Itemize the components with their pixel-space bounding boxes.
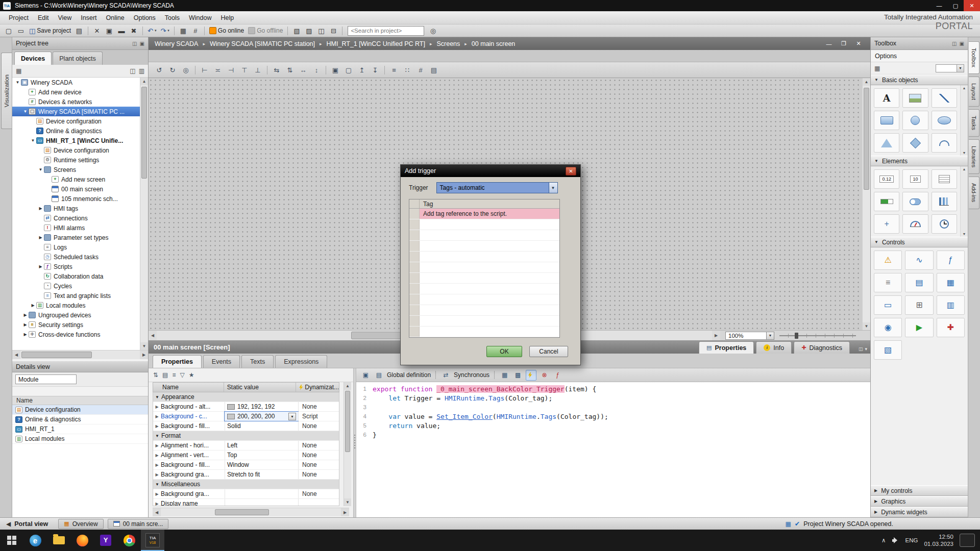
expander-icon[interactable]: ▼ bbox=[153, 434, 161, 438]
tree-item-screens[interactable]: ▼Screens bbox=[12, 165, 140, 174]
inspector-tab-info[interactable]: iInfo bbox=[756, 341, 792, 354]
breadcrumb-00-main-screen[interactable]: 00 main screen bbox=[471, 40, 516, 47]
redo-button[interactable]: ↷▾ bbox=[159, 26, 170, 36]
expander-icon[interactable]: ▼ bbox=[874, 78, 878, 82]
snap-icon[interactable]: ∷ bbox=[401, 64, 413, 76]
start-button[interactable] bbox=[0, 530, 23, 551]
scrollbar-thumb[interactable] bbox=[21, 352, 92, 358]
list-view-icon[interactable]: ≡ bbox=[172, 371, 176, 379]
synchronous-icon[interactable]: ⇄ bbox=[440, 370, 451, 381]
expander-icon[interactable]: ▶ bbox=[22, 313, 29, 317]
side-tab-layout[interactable]: Layout bbox=[969, 77, 979, 107]
editor-close-button[interactable]: ✕ bbox=[852, 39, 865, 48]
menu-help[interactable]: Help bbox=[216, 11, 238, 24]
scroll-left-icon[interactable]: ◀ bbox=[149, 331, 157, 340]
expander-icon[interactable]: ▶ bbox=[153, 472, 161, 477]
tab-events[interactable]: Events bbox=[203, 355, 240, 368]
send-to-back-icon[interactable]: ↧ bbox=[369, 64, 381, 76]
toolbox-section-basic-objects[interactable]: ▼Basic objects bbox=[871, 74, 968, 85]
web-browser-control[interactable]: ◉ bbox=[874, 318, 902, 337]
go-offline-button[interactable]: Go offline bbox=[247, 26, 284, 36]
editor-tab-00-main-scre[interactable]: 00 main scre... bbox=[108, 519, 169, 529]
tree-item-winery-scada[interactable]: ▼▣Winery SCADA bbox=[12, 78, 140, 87]
tree-item-add-new-device[interactable]: +Add new device bbox=[12, 87, 140, 97]
property-value-cell[interactable]: 200, 200, 200▼ bbox=[225, 412, 298, 421]
tia-portal-app[interactable]: TIAV18 bbox=[141, 530, 164, 551]
portal-view-button[interactable]: ◀ Portal view bbox=[0, 518, 54, 530]
save-project-button[interactable]: ◫Save project bbox=[28, 26, 72, 36]
paste-icon[interactable]: ▬ bbox=[116, 26, 127, 36]
tree-item-ungrouped-devices[interactable]: ▶Ungrouped devices bbox=[12, 310, 140, 320]
menu-edit[interactable]: Edit bbox=[33, 11, 54, 24]
property-value-cell[interactable] bbox=[225, 499, 298, 506]
distribute-vertical-icon[interactable]: ⇅ bbox=[284, 64, 296, 76]
undo-button[interactable]: ↶▾ bbox=[146, 26, 158, 36]
tree-item-local-modules[interactable]: ▶▥Local modules bbox=[12, 300, 140, 310]
property-dynamization[interactable]: None bbox=[298, 489, 339, 498]
split-editor-horizontal-icon[interactable]: ◫ bbox=[315, 26, 327, 36]
float-view-icon[interactable]: ◫ bbox=[130, 67, 135, 74]
property-group-appearance[interactable]: ▼Appearance bbox=[153, 392, 339, 402]
tree-item-text-and-graphic-lists[interactable]: ≡Text and graphic lists bbox=[12, 291, 140, 300]
chevron-down-icon[interactable]: ▼ bbox=[549, 183, 557, 193]
align-left-icon[interactable]: ⊢ bbox=[199, 64, 211, 76]
scroll-down-icon[interactable]: ▼ bbox=[140, 342, 148, 350]
notification-center-button[interactable] bbox=[960, 534, 975, 547]
arc[interactable] bbox=[932, 133, 957, 153]
align-top-icon[interactable]: ⊤ bbox=[238, 64, 251, 76]
breadcrumb-screens[interactable]: Screens bbox=[435, 40, 461, 47]
editor-tab-overview[interactable]: ▦Overview bbox=[58, 519, 103, 529]
expander-icon[interactable]: ▼ bbox=[14, 80, 21, 85]
global-definition-label[interactable]: Global definition bbox=[387, 371, 431, 379]
inspector-tab-properties[interactable]: ▤Properties bbox=[699, 341, 754, 354]
side-tab-toolbox[interactable]: Toolbox bbox=[969, 41, 979, 74]
tree-item-hmi-alarms[interactable]: !HMI alarms bbox=[12, 223, 140, 233]
taskbar-clock[interactable]: 12:50 01.03.2023 bbox=[924, 533, 953, 547]
zoom-tool-icon[interactable]: ◎ bbox=[180, 64, 192, 76]
details-row-device-configuration[interactable]: ▤Device configuration bbox=[12, 405, 148, 415]
triangle[interactable] bbox=[874, 133, 899, 153]
language-indicator[interactable]: ENG bbox=[905, 537, 918, 543]
details-row-hmi-rt-1[interactable]: ▭HMI_RT_1 bbox=[12, 424, 148, 434]
empty-tag-row[interactable] bbox=[409, 273, 559, 284]
float-panel-icon[interactable]: ◫ bbox=[952, 41, 957, 46]
property-value-cell[interactable]: 192, 192, 192 bbox=[225, 402, 298, 411]
empty-tag-row[interactable] bbox=[409, 252, 559, 262]
tree-item-parameter-set-types[interactable]: ▶Parameter set types bbox=[12, 233, 140, 242]
alarm-control[interactable]: ⚠ bbox=[874, 251, 902, 270]
simulation-icon[interactable]: ▨ bbox=[303, 26, 314, 36]
pin-panel-icon[interactable]: ▣ bbox=[960, 41, 964, 46]
dialog-close-button[interactable]: ✕ bbox=[566, 167, 576, 176]
global-definition-icon[interactable]: ▤ bbox=[374, 370, 384, 381]
tree-item-connections[interactable]: ⇄Connections bbox=[12, 213, 140, 223]
empty-tag-row[interactable] bbox=[409, 219, 559, 230]
empty-tag-row[interactable] bbox=[409, 294, 559, 305]
expander-icon[interactable]: ▼ bbox=[874, 159, 878, 163]
tree-item-collaboration-data[interactable]: ↻Collaboration data bbox=[12, 271, 140, 281]
project-tree-vertical-scrollbar[interactable]: ▲ ▼ bbox=[140, 78, 148, 350]
chevron-down-icon[interactable]: ▼ bbox=[288, 413, 296, 420]
zoom-level-select[interactable]: 100% ▼ bbox=[725, 332, 774, 340]
filter-icon[interactable]: ▽ bbox=[180, 371, 184, 379]
side-tab-libraries[interactable]: Libraries bbox=[969, 139, 979, 174]
scroll-left-icon[interactable]: ◀ bbox=[12, 350, 20, 359]
add-tag-hint-row[interactable]: Add tag reference to the script. bbox=[409, 209, 559, 219]
tree-item-hmi-tags[interactable]: ▶HMI tags bbox=[12, 204, 140, 213]
expander-icon[interactable]: ▼ bbox=[153, 395, 161, 399]
collapse-inspector-icon[interactable]: ▾ bbox=[865, 346, 867, 352]
editor-restore-button[interactable]: ❐ bbox=[837, 39, 850, 48]
expander-icon[interactable]: ▶ bbox=[22, 322, 29, 327]
tab-texts[interactable]: Texts bbox=[241, 355, 274, 368]
group-icon[interactable]: ▣ bbox=[329, 64, 341, 76]
tree-item-runtime-settings[interactable]: ⚙Runtime settings bbox=[12, 155, 140, 165]
expander-icon[interactable]: ▶ bbox=[153, 502, 161, 506]
property-row-background-c[interactable]: ▶Background - c...200, 200, 200▼Script bbox=[153, 412, 339, 421]
properties-vertical-scrollbar[interactable]: ▲ ▼ bbox=[344, 382, 351, 506]
window-maximize-button[interactable]: ▢ bbox=[947, 0, 964, 11]
property-row-alignment-vert[interactable]: ▶Alignment - vert...TopNone bbox=[153, 450, 339, 460]
tab-order-icon[interactable]: ≡ bbox=[388, 64, 400, 76]
print-icon[interactable]: ▤ bbox=[74, 26, 85, 36]
scroll-right-icon[interactable]: ▶ bbox=[341, 508, 349, 516]
function-trend-control[interactable]: ƒ bbox=[937, 251, 965, 270]
snippets-icon[interactable]: ▦ bbox=[499, 370, 510, 381]
